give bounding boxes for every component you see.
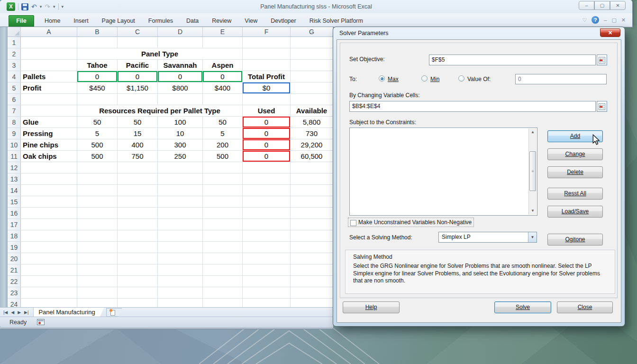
- cell-g7[interactable]: Available: [291, 105, 333, 117]
- tab-page-layout[interactable]: Page Layout: [95, 15, 142, 27]
- cell-c3[interactable]: Pacific: [118, 60, 158, 71]
- row-header-23[interactable]: 23: [8, 287, 21, 299]
- cell-c12[interactable]: [118, 162, 158, 173]
- max-radio[interactable]: [379, 75, 385, 82]
- cell-f14[interactable]: [243, 185, 291, 196]
- cell-f15[interactable]: [243, 196, 291, 208]
- row-header-19[interactable]: 19: [8, 242, 21, 253]
- row-header-13[interactable]: 13: [8, 173, 21, 185]
- max-label[interactable]: Max: [388, 76, 399, 82]
- cell-f9[interactable]: 0: [243, 128, 291, 139]
- row-header-10[interactable]: 10: [8, 139, 21, 151]
- cell-f6[interactable]: [243, 94, 291, 105]
- column-header-b[interactable]: B: [77, 27, 118, 37]
- cell-b4[interactable]: 0: [77, 71, 118, 82]
- tab-review[interactable]: Review: [205, 15, 238, 27]
- cell-c13[interactable]: [118, 173, 158, 185]
- dialog-close-action-button[interactable]: Close: [557, 301, 613, 313]
- cell-f11[interactable]: 0: [243, 151, 291, 162]
- cell-e16[interactable]: [203, 208, 243, 219]
- cell-b20[interactable]: [77, 253, 118, 264]
- cell-c5[interactable]: $1,150: [118, 82, 158, 94]
- cell-e24[interactable]: [203, 299, 243, 307]
- cell-e17[interactable]: [203, 219, 243, 230]
- cell-g22[interactable]: [291, 276, 333, 287]
- row-header-1[interactable]: 1: [8, 37, 21, 48]
- cell-a20[interactable]: [21, 253, 77, 264]
- cell-d11[interactable]: 250: [158, 151, 203, 162]
- cell-e4[interactable]: 0: [203, 71, 243, 82]
- cell-c24[interactable]: [118, 299, 158, 307]
- cell-b8[interactable]: 50: [77, 117, 118, 128]
- doc-restore-icon[interactable]: ▢: [611, 17, 616, 23]
- cell-g11[interactable]: 60,500: [291, 151, 333, 162]
- cell-f21[interactable]: [243, 264, 291, 276]
- macro-record-icon[interactable]: [37, 319, 45, 325]
- row-header-20[interactable]: 20: [8, 253, 21, 264]
- cell-e22[interactable]: [203, 276, 243, 287]
- cell-d9[interactable]: 10: [158, 128, 203, 139]
- scroll-down-icon[interactable]: ▼: [529, 207, 537, 215]
- row-header-6[interactable]: 6: [8, 94, 21, 105]
- help-button[interactable]: Help: [343, 301, 400, 313]
- cell-g3[interactable]: [291, 60, 333, 71]
- cell-a17[interactable]: [21, 219, 77, 230]
- cell-a5[interactable]: Profit: [21, 82, 77, 94]
- cell-a23[interactable]: [21, 287, 77, 299]
- minimize-button[interactable]: –: [579, 1, 594, 10]
- cell-c10[interactable]: 400: [118, 139, 158, 151]
- cell-c17[interactable]: [118, 219, 158, 230]
- cell-c8[interactable]: 50: [118, 117, 158, 128]
- cell-a21[interactable]: [21, 264, 77, 276]
- cell-d8[interactable]: 100: [158, 117, 203, 128]
- cell-c15[interactable]: [118, 196, 158, 208]
- cell-b9[interactable]: 5: [77, 128, 118, 139]
- column-header-e[interactable]: E: [203, 27, 243, 37]
- cell-b18[interactable]: [77, 230, 118, 242]
- cell-e11[interactable]: 500: [203, 151, 243, 162]
- cell-d17[interactable]: [158, 219, 203, 230]
- constraints-scrollbar[interactable]: ▲ ≡ ▼: [528, 128, 537, 215]
- cell-f5[interactable]: $0: [243, 82, 291, 94]
- cell-g16[interactable]: [291, 208, 333, 219]
- constraints-listbox[interactable]: ▲ ≡ ▼: [349, 127, 537, 216]
- min-radio[interactable]: [421, 75, 428, 82]
- cell-b22[interactable]: [77, 276, 118, 287]
- cell-e3[interactable]: Aspen: [203, 60, 243, 71]
- cell-d1[interactable]: [158, 37, 203, 48]
- reset-all-button[interactable]: Resst All: [547, 188, 603, 200]
- doc-minimize-icon[interactable]: –: [604, 17, 607, 23]
- value-of-input[interactable]: 0: [515, 74, 607, 84]
- delete-button[interactable]: Delete: [547, 166, 603, 178]
- cell-a24[interactable]: [21, 299, 77, 307]
- cell-a18[interactable]: [21, 230, 77, 242]
- cell-d13[interactable]: [158, 173, 203, 185]
- column-header-d[interactable]: D: [158, 27, 203, 37]
- min-label[interactable]: Min: [430, 76, 439, 82]
- cell-b17[interactable]: [77, 219, 118, 230]
- column-header-a[interactable]: A: [21, 27, 77, 37]
- cell-g20[interactable]: [291, 253, 333, 264]
- tab-data[interactable]: Data: [180, 15, 205, 27]
- row-header-21[interactable]: 21: [8, 264, 21, 276]
- cell-d3[interactable]: Savannah: [158, 60, 203, 71]
- cell-d24[interactable]: [158, 299, 203, 307]
- row-header-17[interactable]: 17: [8, 219, 21, 230]
- cell-b5[interactable]: $450: [77, 82, 118, 94]
- objective-range-picker-button[interactable]: [597, 55, 607, 65]
- make-unconstrained-label[interactable]: Make Unconstrained Variables Non-Negativ…: [358, 219, 472, 226]
- cell-e13[interactable]: [203, 173, 243, 185]
- row-header-24[interactable]: 24: [8, 299, 21, 307]
- cell-f22[interactable]: [243, 276, 291, 287]
- value-of-label[interactable]: Value Of:: [467, 76, 491, 82]
- cell-f3[interactable]: [243, 60, 291, 71]
- cell-b10[interactable]: 500: [77, 139, 118, 151]
- cell-g10[interactable]: 29,200: [291, 139, 333, 151]
- prev-sheet-icon[interactable]: ◀: [11, 310, 14, 315]
- tab-insert[interactable]: Insert: [67, 15, 95, 27]
- cell-d14[interactable]: [158, 185, 203, 196]
- cell-a16[interactable]: [21, 208, 77, 219]
- cell-g12[interactable]: [291, 162, 333, 173]
- row-header-11[interactable]: 11: [8, 151, 21, 162]
- first-sheet-icon[interactable]: |◀: [3, 310, 8, 315]
